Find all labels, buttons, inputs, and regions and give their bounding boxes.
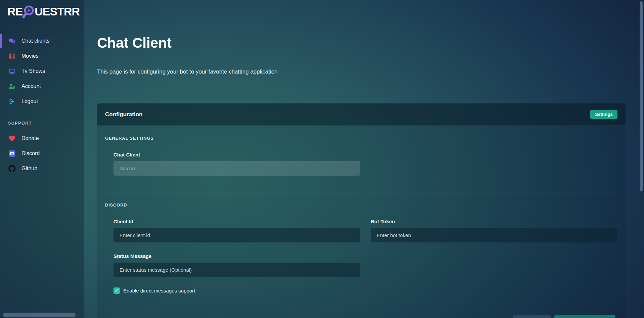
sidebar-item-chat-clients[interactable]: Chat clients — [0, 34, 84, 48]
sidebar-item-tv-shows[interactable]: Tv Shows — [0, 64, 84, 79]
section-divider — [105, 193, 617, 193]
sidebar-item-logout[interactable]: Logout — [0, 94, 84, 109]
status-message-input[interactable] — [113, 263, 360, 277]
active-indicator — [0, 34, 2, 48]
client-id-label: Client Id — [113, 219, 360, 224]
sidebar-item-label: Github — [21, 166, 37, 172]
general-settings-section: Chat Client — [105, 152, 617, 176]
bottom-primary-button[interactable] — [554, 315, 615, 318]
card-body: GENERAL SETTINGS Chat Client DISCORD Cli… — [97, 126, 626, 294]
sidebar-item-donate[interactable]: Donate — [0, 131, 84, 146]
horizontal-scrollbar-thumb[interactable] — [3, 313, 76, 317]
sidebar-support-nav: Donate Discord Github — [0, 131, 84, 176]
sidebar-divider — [5, 116, 78, 116]
github-icon — [8, 165, 16, 173]
sidebar: RE UESTRR Chat clients Movi — [0, 0, 84, 318]
sidebar-nav: Chat clients Movies Tv Shows — [0, 34, 84, 109]
tv-icon — [8, 67, 16, 75]
enable-dm-checkbox[interactable]: ✓ — [113, 287, 120, 294]
support-section-label: SUPPORT — [8, 121, 84, 126]
chat-client-input[interactable] — [113, 161, 360, 176]
status-message-label: Status Message — [113, 253, 360, 258]
logo-magnifier-play-icon — [22, 5, 35, 19]
bot-token-input[interactable] — [371, 228, 617, 242]
sidebar-item-account[interactable]: Account — [0, 79, 84, 94]
enable-dm-checkbox-row[interactable]: ✓ Enable direct messages support — [113, 287, 617, 294]
comments-icon — [8, 37, 16, 45]
enable-dm-label: Enable direct messages support — [123, 288, 195, 293]
page-description: This page is for configuring your bot to… — [97, 68, 644, 76]
general-settings-heading: GENERAL SETTINGS — [105, 136, 617, 141]
discord-section: Client Id Bot Token Status Message ✓ — [105, 208, 617, 294]
card-header: Configuration Settings — [97, 103, 626, 126]
configuration-card: Configuration Settings GENERAL SETTINGS … — [97, 103, 626, 318]
sidebar-item-discord[interactable]: Discord — [0, 146, 84, 161]
vertical-scrollbar-thumb[interactable] — [640, 1, 643, 191]
chat-client-label: Chat Client — [113, 152, 360, 157]
sign-out-icon — [8, 97, 16, 105]
sidebar-item-label: Chat clients — [21, 38, 50, 44]
discord-icon — [8, 149, 16, 157]
page-title: Chat Client — [97, 35, 644, 51]
logo-text-re: RE — [7, 5, 22, 18]
client-id-input[interactable] — [113, 228, 360, 242]
sidebar-item-label: Account — [21, 83, 41, 89]
bot-token-label: Bot Token — [371, 219, 617, 224]
sidebar-item-label: Discord — [21, 150, 40, 156]
sidebar-item-movies[interactable]: Movies — [0, 49, 84, 63]
sidebar-item-label: Logout — [21, 98, 38, 104]
sidebar-item-label: Tv Shows — [21, 68, 45, 74]
sidebar-item-github[interactable]: Github — [0, 161, 84, 176]
film-icon — [8, 52, 16, 60]
main-content: Chat Client This page is for configuring… — [84, 0, 644, 318]
card-title: Configuration — [105, 111, 142, 118]
user-shield-icon — [8, 82, 16, 90]
app-logo[interactable]: RE UESTRR — [7, 4, 84, 19]
sidebar-item-label: Movies — [21, 53, 39, 59]
checkmark-icon: ✓ — [115, 288, 119, 293]
settings-button[interactable]: Settings — [590, 110, 617, 119]
heart-icon — [8, 134, 16, 142]
logo-text-uestrr: UESTRR — [35, 5, 80, 18]
sidebar-item-label: Donate — [21, 135, 39, 141]
discord-heading: DISCORD — [105, 202, 617, 208]
bottom-secondary-button[interactable] — [513, 315, 551, 318]
